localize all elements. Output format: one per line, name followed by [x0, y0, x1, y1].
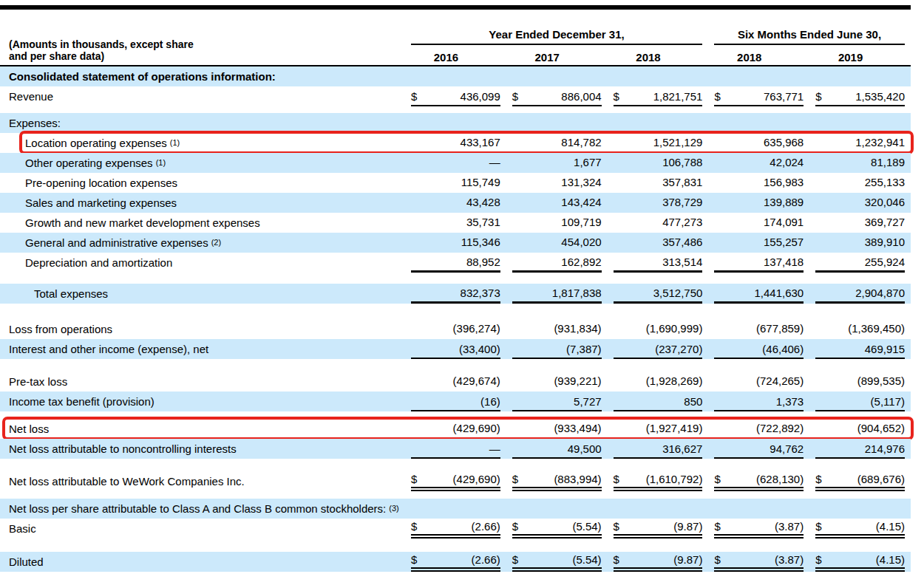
year-column-header: 2019 [809, 51, 911, 64]
table-row: Consolidated statement of operations inf… [0, 66, 911, 86]
cell-number: (9.87) [673, 520, 702, 533]
row-label: Basic [0, 519, 405, 539]
cell-number: 832,373 [461, 287, 500, 299]
cell-number: (677,859) [756, 322, 804, 335]
row-label: Net loss attributable to noncontrolling … [0, 439, 405, 459]
cell-number: 454,020 [561, 236, 601, 248]
cell-number: 469,915 [865, 343, 905, 355]
dollar-sign: $ [815, 553, 821, 566]
value-cell: (5,117) [815, 392, 905, 411]
cell-number: 139,889 [764, 196, 804, 208]
value-cell: $436,099 [411, 86, 500, 106]
value-cell: (1,690,999) [614, 319, 703, 339]
value-cell [714, 66, 804, 86]
row-label-text: Pre-tax loss [9, 375, 67, 388]
row-label: Other operating expenses(1) [0, 153, 405, 173]
value-cell: $(3.87) [714, 552, 804, 572]
cell-number: 2,904,870 [855, 287, 905, 299]
value-cell: (396,274) [411, 319, 500, 339]
value-cell: $(2.66) [411, 552, 500, 572]
footnote-marker: (1) [170, 138, 180, 147]
cell-number: 1,441,630 [754, 287, 804, 299]
cell-number: (939,221) [554, 375, 601, 387]
value-cell: 454,020 [512, 233, 602, 253]
cell-number: (429,690) [453, 473, 500, 485]
row-label: Total expenses [0, 284, 405, 304]
value-cell: 42,024 [714, 153, 804, 173]
row-label-text: Net loss attributable to WeWork Companie… [9, 475, 245, 488]
spacer-row [0, 411, 911, 419]
cell-number: 156,983 [764, 176, 804, 188]
value-cell: (1,369,450) [815, 319, 905, 339]
cell-number: 155,257 [764, 236, 804, 248]
value-cell: 1,232,941 [815, 133, 905, 153]
value-cell: (16) [411, 392, 500, 411]
footnote-marker: (2) [211, 238, 221, 247]
amounts-note-line2: and per share data) [9, 50, 194, 62]
footnote-marker: (1) [156, 158, 166, 167]
value-cell: 94,762 [714, 439, 804, 459]
cell-number: 35,731 [466, 216, 500, 228]
cell-number: 42,024 [770, 156, 804, 168]
row-label-text: Interest and other income (expense), net [9, 343, 208, 355]
cell-number: (3.87) [775, 520, 804, 533]
cell-number: 1,373 [776, 395, 804, 408]
column-group-six-months: Six Months Ended June 30, [714, 26, 905, 45]
dollar-sign: $ [815, 90, 821, 103]
value-cell [614, 499, 703, 519]
table-row: Diluted$(2.66)$(5.54)$(9.87)$(3.87)$(4.1… [0, 552, 911, 572]
table-row: Basic$(2.66)$(5.54)$(9.87)$(3.87)$(4.15) [0, 519, 911, 539]
value-cell: 139,889 [714, 193, 804, 213]
dollar-sign: $ [512, 520, 518, 533]
value-cell: 814,782 [512, 133, 602, 153]
cell-number: (1,369,450) [848, 322, 905, 335]
row-label-text: General and administrative expenses [25, 236, 208, 249]
dollar-sign: $ [614, 90, 619, 103]
cell-number: 886,004 [561, 90, 601, 103]
value-cell: (931,834) [512, 319, 602, 339]
table-row: Sales and marketing expenses43,428143,42… [0, 193, 911, 213]
value-cell: 1,817,838 [512, 284, 602, 304]
value-cell: 433,167 [411, 133, 500, 153]
dollar-sign: $ [411, 553, 417, 566]
cell-number: 94,762 [770, 442, 804, 455]
spacer-row [0, 459, 911, 471]
value-cell: 1,441,630 [714, 284, 804, 304]
value-cell [512, 499, 602, 519]
row-label: General and administrative expenses(2) [0, 233, 405, 253]
value-cell: 109,719 [512, 213, 602, 233]
value-cell: (724,265) [714, 372, 804, 392]
dollar-sign: $ [614, 473, 619, 485]
table-row: Other operating expenses(1)—1,677106,788… [0, 153, 911, 173]
value-cell [815, 113, 905, 133]
row-label-text: Expenses: [9, 117, 61, 129]
cell-number: 436,099 [461, 90, 500, 103]
value-cell: (429,674) [411, 372, 500, 392]
cell-number: (5,117) [871, 395, 905, 408]
value-cell: $(1,610,792) [614, 471, 703, 491]
spacer-row [0, 304, 911, 319]
value-cell: $(689,676) [815, 471, 905, 491]
row-label-text: Other operating expenses [25, 157, 153, 169]
cell-number: 3,512,750 [653, 287, 703, 299]
row-label: Sales and marketing expenses [0, 193, 405, 213]
cell-number: 477,273 [662, 216, 702, 228]
value-cell: $(5.54) [512, 552, 602, 572]
dollar-sign: $ [512, 553, 518, 566]
dollar-sign: $ [714, 473, 720, 485]
table-row: Net loss attributable to WeWork Companie… [0, 471, 911, 491]
row-label: Income tax benefit (provision) [0, 392, 405, 411]
row-label: Diluted [0, 552, 405, 572]
value-cell: (933,494) [512, 419, 602, 439]
value-cell: (237,270) [614, 339, 703, 359]
cell-number: 389,910 [865, 236, 905, 248]
value-cell: — [411, 439, 500, 459]
row-label: Loss from operations [0, 319, 405, 339]
value-cell: 2,904,870 [815, 284, 905, 304]
cell-number: 162,892 [561, 256, 601, 268]
value-cell: $(883,994) [512, 471, 602, 491]
spacer-row [0, 106, 911, 113]
cell-number: 1,232,941 [855, 136, 905, 148]
value-cell: 316,627 [614, 439, 703, 459]
cell-number: (4.15) [876, 520, 905, 533]
